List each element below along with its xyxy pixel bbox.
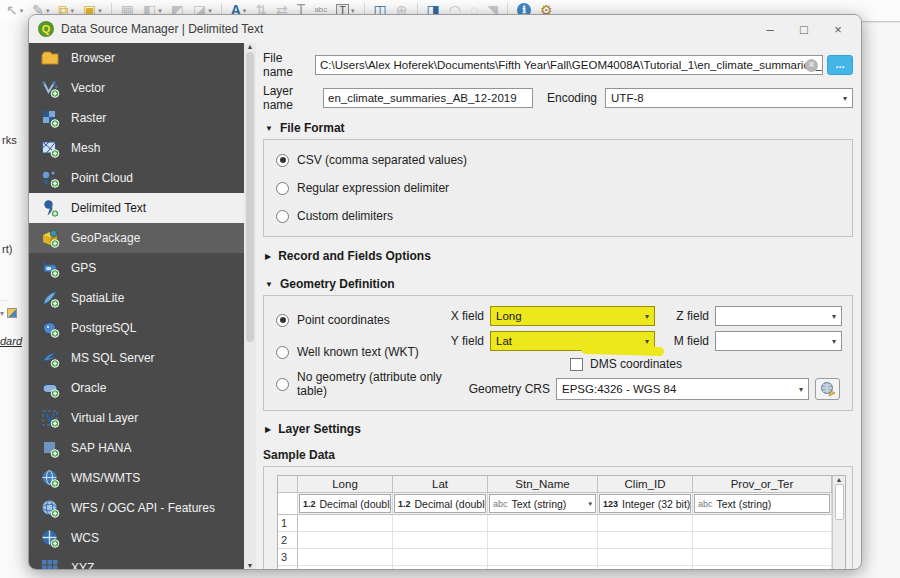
row-number[interactable]: 4 [278, 566, 298, 570]
geometry-type-option-0[interactable]: Point coordinates [276, 310, 448, 330]
file-format-section-header[interactable]: ▼ File Format [265, 121, 853, 135]
select-tool-icon[interactable]: ↖▾ [6, 3, 23, 17]
table-cell[interactable] [488, 549, 598, 566]
table-cell[interactable] [393, 549, 488, 566]
radio-icon[interactable] [276, 182, 289, 195]
scroll-up-icon[interactable]: ▲ [836, 476, 843, 483]
row-number[interactable]: 1 [278, 515, 298, 532]
sidebar-item-postgresql[interactable]: PostgreSQL [29, 313, 244, 343]
maximize-button[interactable]: □ [787, 17, 821, 41]
sidebar-item-geopackage[interactable]: GeoPackage [29, 223, 244, 253]
table-cell[interactable] [598, 566, 693, 570]
sidebar-item-wms[interactable]: WMS/WMTS [29, 463, 244, 493]
column-type-select-Stn_Name[interactable]: abcText (string)▾ [489, 494, 596, 513]
sidebar-item-delimited-text[interactable]: Delimited Text [29, 193, 244, 223]
column-type-select-Lat[interactable]: 1.2Decimal (double)▾ [394, 494, 486, 513]
table-cell[interactable] [298, 566, 393, 570]
geometry-type-option-2[interactable]: No geometry (attribute only table) [276, 374, 448, 394]
scrollbar-thumb[interactable] [835, 484, 844, 520]
file-name-input[interactable]: C:\Users\Alex Hoferek\Documents\Fifth Ye… [315, 55, 823, 75]
sidebar-item-gps[interactable]: GPS [29, 253, 244, 283]
column-type-cell: abcText (string)▾ [488, 493, 598, 515]
sidebar-item-label: SAP HANA [71, 441, 131, 455]
column-type-select-Prov_or_Ter[interactable]: abcText (string) [694, 494, 830, 513]
table-cell[interactable] [393, 566, 488, 570]
y-field-select[interactable]: Lat ▾ [490, 331, 655, 351]
table-cell[interactable] [598, 532, 693, 549]
table-vertical-scrollbar[interactable]: ▲ ▼ [832, 476, 845, 570]
radio-icon[interactable] [276, 346, 289, 359]
label-abc-tool-icon[interactable]: abc [314, 6, 327, 14]
column-header-Lat[interactable]: Lat [393, 476, 488, 493]
geometry-crs-select[interactable]: EPSG:4326 - WGS 84 ▾ [556, 378, 809, 400]
clear-field-icon[interactable]: × [805, 59, 818, 72]
sidebar-item-mssql[interactable]: MS SQL Server [29, 343, 244, 373]
sidebar-item-sap-hana[interactable]: SAP HANA [29, 433, 244, 463]
sidebar-scrollbar[interactable]: ▲ ▼ [244, 43, 256, 569]
table-cell[interactable] [598, 515, 693, 532]
table-cell[interactable] [693, 532, 832, 549]
browse-button[interactable]: ... [827, 55, 853, 75]
table-cell[interactable] [693, 515, 832, 532]
table-cell[interactable] [393, 515, 488, 532]
table-cell[interactable] [693, 549, 832, 566]
sidebar-item-oracle[interactable]: Oracle [29, 373, 244, 403]
column-header-Prov_or_Ter[interactable]: Prov_or_Ter [693, 476, 832, 493]
layer-name-input[interactable]: en_climate_summaries_AB_12-2019 [323, 88, 533, 108]
table-cell[interactable] [598, 549, 693, 566]
table-cell[interactable] [298, 549, 393, 566]
sidebar-item-wcs[interactable]: WCS [29, 523, 244, 553]
table-cell[interactable] [298, 515, 393, 532]
file-format-option-1[interactable]: Regular expression delimiter [276, 178, 840, 198]
row-number[interactable]: 3 [278, 549, 298, 566]
close-icon[interactable]: × [821, 17, 855, 41]
encoding-select[interactable]: UTF-8 ▾ [605, 88, 853, 108]
sidebar-item-browser[interactable]: Browser [29, 43, 244, 73]
column-type-cell: 123Integer (32 bit)▾ [598, 493, 693, 515]
table-cell[interactable] [488, 515, 598, 532]
minimize-button[interactable]: – [753, 17, 787, 41]
layer-settings-section-header[interactable]: ▶ Layer Settings [265, 422, 853, 436]
sidebar-item-spatialite[interactable]: SpatiaLite [29, 283, 244, 313]
select-crs-button[interactable] [815, 378, 840, 400]
row-number[interactable]: 2 [278, 532, 298, 549]
radio-selected-icon[interactable] [276, 314, 289, 327]
sidebar-item-wfs[interactable]: WFS / OGC API - Features [29, 493, 244, 523]
column-header-Long[interactable]: Long [298, 476, 393, 493]
sidebar-item-label: PostgreSQL [71, 321, 136, 335]
column-header-Clim_ID[interactable]: Clim_ID [598, 476, 693, 493]
geometry-type-option-1[interactable]: Well known text (WKT) [276, 342, 448, 362]
file-format-option-0[interactable]: CSV (comma separated values) [276, 150, 840, 170]
scroll-up-icon[interactable]: ▲ [247, 43, 254, 50]
sidebar-item-mesh[interactable]: Mesh [29, 133, 244, 163]
sidebar-item-point-cloud[interactable]: Point Cloud [29, 163, 244, 193]
radio-selected-icon[interactable] [276, 154, 289, 167]
x-field-select[interactable]: Long ▾ [490, 306, 655, 326]
xyz-icon [39, 558, 61, 569]
column-type-select-Long[interactable]: 1.2Decimal (double)▾ [299, 494, 391, 513]
radio-icon[interactable] [276, 378, 289, 391]
chevron-down-icon: ▾ [0, 309, 4, 318]
file-format-option-2[interactable]: Custom delimiters [276, 206, 840, 226]
table-cell[interactable] [488, 532, 598, 549]
column-header-Stn_Name[interactable]: Stn_Name [488, 476, 598, 493]
record-fields-section-header[interactable]: ▶ Record and Fields Options [265, 249, 853, 263]
geometry-section-header[interactable]: ▼ Geometry Definition [265, 277, 853, 291]
column-type-select-Clim_ID[interactable]: 123Integer (32 bit)▾ [599, 494, 691, 513]
file-name-value: C:\Users\Alex Hoferek\Documents\Fifth Ye… [320, 59, 823, 71]
sidebar-item-virtual-layer[interactable]: Virtual Layer [29, 403, 244, 433]
scroll-down-icon[interactable]: ▼ [247, 562, 254, 569]
background-text-fragment: rt) [2, 243, 12, 255]
z-field-select[interactable]: ▾ [715, 306, 842, 326]
table-cell[interactable] [488, 566, 598, 570]
radio-icon[interactable] [276, 210, 289, 223]
table-cell[interactable] [393, 532, 488, 549]
sidebar-item-raster[interactable]: Raster [29, 103, 244, 133]
scrollbar-thumb[interactable] [246, 52, 254, 342]
sidebar-item-vector[interactable]: Vector [29, 73, 244, 103]
sidebar-item-xyz[interactable]: XYZ [29, 553, 244, 569]
table-cell[interactable] [298, 532, 393, 549]
dms-coordinates-checkbox[interactable] [570, 358, 583, 371]
table-cell[interactable] [693, 566, 832, 570]
m-field-select[interactable]: ▾ [715, 331, 842, 351]
